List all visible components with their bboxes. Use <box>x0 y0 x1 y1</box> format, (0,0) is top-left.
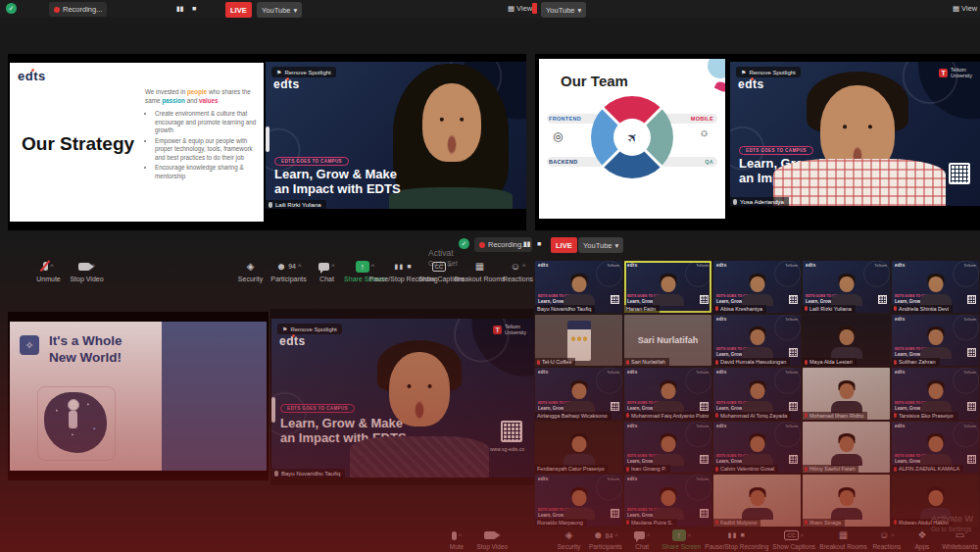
toolbar-button[interactable]: ☺ ^ Reactions <box>499 259 537 282</box>
participant-tile[interactable]: edts Telkom EDTS GOES TO CAMPUS Learn, G… <box>535 368 622 420</box>
resize-handle[interactable] <box>271 397 275 423</box>
participant-tile[interactable]: edts Telkom EDTS GOES TO CAMPUS Learn, G… <box>624 422 711 474</box>
toolbar-button[interactable]: ▦ ^ Breakout Rooms <box>817 529 869 550</box>
remove-spotlight-button[interactable]: ⚑ Remove Spotlight <box>271 67 336 77</box>
caret-up-icon[interactable]: ^ <box>371 263 374 270</box>
qr-code <box>967 295 976 304</box>
caret-up-icon[interactable]: ^ <box>50 263 53 270</box>
stop-recording-button[interactable]: ■ <box>192 2 196 15</box>
video-icon <box>484 531 496 539</box>
strategy-bullet: Empower & equip our people with proper t… <box>155 137 259 163</box>
caret-up-icon[interactable]: ^ <box>331 263 334 270</box>
participant-tile[interactable]: edts Telkom EDTS GOES TO CAMPUS Learn, G… <box>535 422 622 474</box>
participant-tile[interactable]: edts Telkom EDTS GOES TO CAMPUS Learn, G… <box>713 422 801 474</box>
pause-recording-button[interactable]: ▮▮ <box>523 237 531 250</box>
participant-tile[interactable]: edts Telkom EDTS GOES TO CAMPUS Learn, G… <box>803 315 890 367</box>
toolbar-button[interactable]: ☺ ^ Reactions <box>869 529 905 550</box>
participant-video <box>738 326 777 359</box>
participant-video <box>649 379 688 413</box>
toolbar-button[interactable]: ^ Stop Video <box>68 259 106 282</box>
participant-name-tag: ALFIN ZAENAL KAMALA <box>892 465 963 473</box>
participant-name-tag: Ilham Sinaga <box>803 519 845 527</box>
youtube-stream-dropdown-b[interactable]: YouTube ▾ <box>541 2 586 18</box>
participant-tile[interactable]: edts Telkom EDTS GOES TO CAMPUS Learn, G… <box>713 368 801 420</box>
participant-tile[interactable]: edts Telkom EDTS GOES TO CAMPUS Learn, G… <box>803 261 890 313</box>
participant-tile[interactable]: edts Telkom EDTS GOES TO CAMPUS Learn, G… <box>624 475 711 527</box>
toolbar-button[interactable]: ◈ ^ Security <box>231 259 270 282</box>
remove-spotlight-button[interactable]: ⚑ Remove Spotlight <box>736 67 801 77</box>
participant-name-tag: Andriela Shintia Devi <box>892 305 953 313</box>
security-shield-icon[interactable]: ✓ <box>6 2 17 15</box>
participant-tile[interactable]: edts Telkom EDTS GOES TO CAMPUS Learn, G… <box>803 475 890 527</box>
youtube-stream-dropdown[interactable]: YouTube ▾ <box>257 2 302 18</box>
participant-name-tag: David Humala Hasudungan <box>713 358 790 366</box>
remove-spotlight-button[interactable]: ⚑ Remove Spotlight <box>277 324 342 334</box>
participant-tile[interactable]: edts Telkom EDTS GOES TO CAMPUS Learn, G… <box>803 422 890 474</box>
participant-name-tag: Laili Rizki Yuliana <box>803 305 856 313</box>
toolbar-button[interactable]: ▮▮ ■ ^ Pause/Stop Recording <box>704 529 771 550</box>
toolbar-button[interactable]: ↑ ^ Share Screen <box>660 529 703 550</box>
caret-up-icon[interactable]: ^ <box>298 263 301 270</box>
participant-tile[interactable]: edts Telkom EDTS GOES TO CAMPUS Learn, G… <box>803 368 890 420</box>
caret-up-icon[interactable]: ^ <box>801 532 804 539</box>
qr-code <box>789 402 798 411</box>
participant-tile[interactable]: edts Telkom EDTS GOES TO CAMPUS Learn, G… <box>624 315 711 367</box>
edts-logo: edts <box>895 370 905 375</box>
caret-up-icon[interactable]: ^ <box>688 532 691 539</box>
participant-tile[interactable]: edts Telkom EDTS GOES TO CAMPUS Learn, G… <box>535 261 622 313</box>
toolbar-button[interactable]: ☻ 94 ^ Participants <box>270 259 308 282</box>
telkom-logo: Telkom <box>785 370 798 375</box>
caret-up-icon[interactable]: ^ <box>647 532 650 539</box>
telkom-logo: Telkom <box>607 477 619 481</box>
toolbar-button[interactable]: ^ Unmute <box>29 259 68 282</box>
toolbar-button[interactable]: ^ Stop Video <box>474 529 511 550</box>
toolbar-button[interactable]: ^ Chat <box>308 259 346 282</box>
qr-code <box>611 509 619 518</box>
view-button-window-a[interactable]: ▦ View <box>508 2 532 15</box>
participant-tile[interactable]: edts Telkom EDTS GOES TO CAMPUS Learn, G… <box>624 368 711 420</box>
toolbar-button[interactable]: ☻ 84 ^ Participants <box>587 529 625 550</box>
participant-name-tag: Maulana Putra S. <box>624 519 677 527</box>
edts-logo: edts <box>627 424 637 428</box>
participant-tile[interactable]: edts Telkom EDTS GOES TO CAMPUS Learn, G… <box>713 315 801 367</box>
mic-icon <box>452 531 457 540</box>
participant-tile[interactable]: edts Telkom EDTS GOES TO CAMPUS Learn, G… <box>535 475 622 527</box>
label-backend: BACKEND <box>549 159 578 165</box>
poster-image <box>567 321 591 361</box>
toolbar-button[interactable]: ^ Mute <box>439 529 474 550</box>
youtube-stream-dropdown[interactable]: YouTube ▾ <box>578 237 623 253</box>
participant-video <box>738 432 777 466</box>
recctl-icon: ▮▮ ■ <box>728 529 746 541</box>
meeting-toolbar-b: ^ Mute ^ Stop Video ◈ ^ Securi <box>439 527 980 552</box>
participant-tile[interactable]: edts Telkom EDTS GOES TO CAMPUS Learn, G… <box>892 315 979 367</box>
toolbar-button[interactable]: ◈ ^ Security <box>552 529 587 550</box>
caret-up-icon[interactable]: ^ <box>614 532 617 539</box>
participant-tile[interactable]: edts Telkom EDTS GOES TO CAMPUS Learn, G… <box>892 422 979 474</box>
participant-tile[interactable]: edts Telkom EDTS GOES TO CAMPUS Learn, G… <box>713 261 801 313</box>
participant-tile[interactable]: edts Telkom EDTS GOES TO CAMPUS Learn, G… <box>892 368 979 420</box>
meeting-top-bar: ✓ Recording... ▮▮ ■ LIVE YouTube ▾ ▦ Vie… <box>0 0 980 18</box>
view-button-window-b[interactable]: ▦ View <box>953 2 977 15</box>
caret-up-icon[interactable]: ^ <box>522 263 525 270</box>
qr-code <box>611 295 619 304</box>
participant-name-tag: Muhammad Al Toriq Zayada <box>713 412 791 420</box>
pause-recording-button[interactable]: ▮▮ <box>176 2 184 15</box>
stop-recording-button[interactable]: ■ <box>537 237 541 250</box>
edts-logo: edts <box>627 263 637 268</box>
cc-icon: CC <box>784 530 799 540</box>
participant-tile[interactable]: edts Telkom EDTS GOES TO CAMPUS Learn, G… <box>713 475 801 527</box>
qr-code <box>501 421 522 442</box>
toolbar-button[interactable]: ^ Chat <box>624 529 660 550</box>
toolbar-button[interactable]: ▮▮ ■ ^ Pause/Stop Recording <box>384 259 422 282</box>
muted-mic-icon <box>626 467 629 472</box>
participant-tile[interactable]: edts Telkom EDTS GOES TO CAMPUS Learn, G… <box>624 261 711 313</box>
caret-up-icon[interactable]: ^ <box>891 532 894 539</box>
participant-tile[interactable]: edts Telkom EDTS GOES TO CAMPUS Learn, G… <box>535 315 622 367</box>
shared-screen-frame-c: ✧ It's a Whole New World! I found a bunc… <box>8 312 269 480</box>
participant-name-tag: Tel-U Coffee <box>535 358 575 366</box>
participant-tile[interactable]: edts Telkom EDTS GOES TO CAMPUS Learn, G… <box>892 261 979 313</box>
caret-up-icon[interactable]: ^ <box>459 532 462 539</box>
toolbar-button[interactable]: CC ^ Show Captions <box>770 529 817 550</box>
resize-handle[interactable] <box>266 126 270 152</box>
muted-mic-icon <box>715 467 718 472</box>
